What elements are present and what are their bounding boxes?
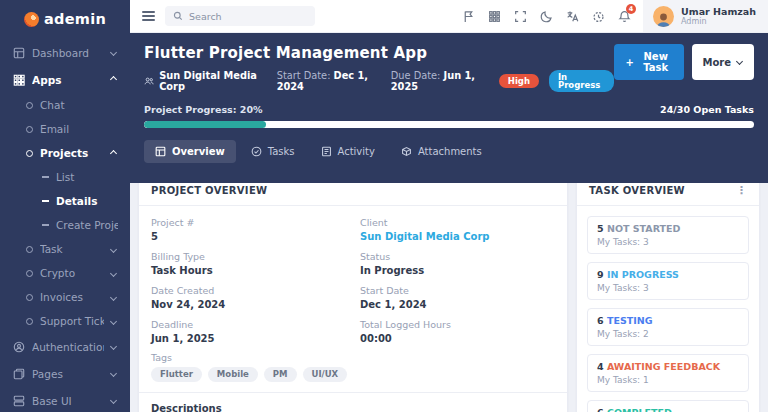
brand-flame-icon [24,12,39,27]
sidebar-item-task[interactable]: Task [0,237,130,261]
brand-name: ademin [44,11,106,27]
pages-icon [12,367,25,380]
sidebar-item-chat[interactable]: Chat [0,93,130,117]
attachments-box-icon [401,146,412,157]
chevron-down-icon [736,57,743,64]
descriptions-section: Descriptions Develop a comprehensive and… [139,392,567,412]
priority-badge: High [499,74,539,88]
brand-logo[interactable]: ademin [0,0,130,39]
translate-icon[interactable] [559,3,585,29]
sidebar-item-invoices[interactable]: Invoices [0,285,130,309]
sidebar-item-pages[interactable]: Pages [0,360,130,387]
project-progress-bar [144,121,754,128]
chevron-down-icon [110,49,117,56]
sidebar-item-projects-details[interactable]: Details [0,189,130,213]
field-billing-type: Billing Type Task Hours [151,251,346,276]
project-progress-fill [144,121,266,128]
circle-icon [26,150,33,157]
dash-icon [42,176,49,177]
tab-tasks[interactable]: Tasks [240,140,306,163]
client-link[interactable]: Sun Digital Media Corp [360,231,555,242]
tag-pill: Flutter [151,367,202,382]
tab-attachments[interactable]: Attachments [390,140,493,163]
task-overview-card: TASK OVERVIEW ⋮ 5 NOT STARTED My Tasks: … [576,175,760,412]
circle-icon [26,126,33,133]
flag-icon[interactable] [455,3,481,29]
fullscreen-icon[interactable] [507,3,533,29]
sidebar-item-projects[interactable]: Projects [0,141,130,165]
project-tabs: Overview Tasks Activity Attachments [144,140,754,163]
chevron-down-icon [110,343,117,350]
tags-label: Tags [151,352,555,363]
client-chip[interactable]: Sun Digital Media Corp [144,70,267,92]
more-button[interactable]: More [692,44,754,80]
app-window: ademin Dashboard Apps Chat Email [0,0,768,412]
stat-awaiting-feedback[interactable]: 4 AWAITING FEEDBACK My Tasks: 1 [587,354,749,392]
stat-testing[interactable]: 6 TESTING My Tasks: 2 [587,308,749,346]
sidebar-nav: Dashboard Apps Chat Email Projects [0,39,130,412]
tab-activity[interactable]: Activity [310,140,386,163]
page-title: Flutter Project Management App [144,44,614,62]
sidebar-item-projects-list[interactable]: List [0,165,130,189]
field-date-created: Date Created Nov 24, 2024 [151,285,346,310]
chevron-down-icon [110,269,117,276]
sidebar-item-authentication[interactable]: Authentication [0,333,130,360]
moon-icon[interactable] [533,3,559,29]
topbar-actions: 4 Umar Hamzah Admin [455,0,768,32]
open-tasks-count: 24/30 Open Tasks [660,104,754,115]
sidebar-item-create-project[interactable]: Create Project [0,213,130,237]
hamburger-menu-icon[interactable] [142,11,155,21]
task-overview-title: TASK OVERVIEW [589,185,685,196]
sidebar-item-base-ui[interactable]: Base UI [0,387,130,412]
tab-overview[interactable]: Overview [144,140,236,163]
stat-in-progress[interactable]: 9 IN PROGRESS My Tasks: 3 [587,262,749,300]
tag-pill: UI/UX [303,367,348,382]
chevron-down-icon [110,245,117,252]
stat-not-started[interactable]: 5 NOT STARTED My Tasks: 3 [587,216,749,254]
field-status: Status In Progress [360,251,555,276]
sidebar-item-crypto[interactable]: Crypto [0,261,130,285]
task-stats: 5 NOT STARTED My Tasks: 3 9 IN PROGRESS … [577,206,759,412]
chevron-up-icon [110,76,117,83]
chevron-up-icon [110,149,117,156]
search-icon [173,11,183,21]
apps-grid-icon [12,73,25,86]
kebab-menu-icon[interactable]: ⋮ [736,185,747,196]
notifications-bell-icon[interactable]: 4 [611,3,637,29]
search-input[interactable] [189,11,299,22]
dashboard-icon [12,46,25,59]
chevron-down-icon [110,370,117,377]
sidebar-item-support-tickets[interactable]: Support Tickets [0,309,130,333]
sidebar: ademin Dashboard Apps Chat Email [0,0,130,412]
page-header: Flutter Project Management App Sun Digit… [130,33,768,183]
user-role: Admin [681,17,756,27]
chevron-down-icon [110,397,117,404]
chevron-down-icon [110,293,117,300]
circle-icon [26,102,33,109]
plus-icon: + [626,57,634,68]
stat-completed[interactable]: 6 COMPLETED My Tasks: 2 [587,400,749,412]
sidebar-item-dashboard[interactable]: Dashboard [0,39,130,66]
circle-icon [26,318,33,325]
search-box [165,6,315,26]
field-start-date: Start Date Dec 1, 2024 [360,285,555,310]
dash-icon [42,200,49,201]
project-progress-label: Project Progress: 20% [144,104,263,115]
client-name: Sun Digital Media Corp [159,70,267,92]
user-menu[interactable]: Umar Hamzah Admin [643,0,768,32]
apps-grid-icon[interactable] [481,3,507,29]
new-task-button[interactable]: + New Task [614,44,685,80]
check-circle-icon [251,146,262,157]
project-meta: Sun Digital Media Corp Start Date: Dec 1… [144,70,614,92]
tag-pill: PM [264,367,297,382]
sidebar-item-email[interactable]: Email [0,117,130,141]
dash-icon [42,224,49,225]
sidebar-item-apps[interactable]: Apps [0,66,130,93]
chevron-down-icon [110,317,117,324]
timer-icon[interactable] [585,3,611,29]
status-badge: In Progress [549,70,614,92]
descriptions-label: Descriptions [151,403,555,412]
content-area: PROJECT OVERVIEW Project # 5 Client Sun … [130,175,768,412]
user-shield-icon [12,340,25,353]
people-icon [144,76,154,86]
